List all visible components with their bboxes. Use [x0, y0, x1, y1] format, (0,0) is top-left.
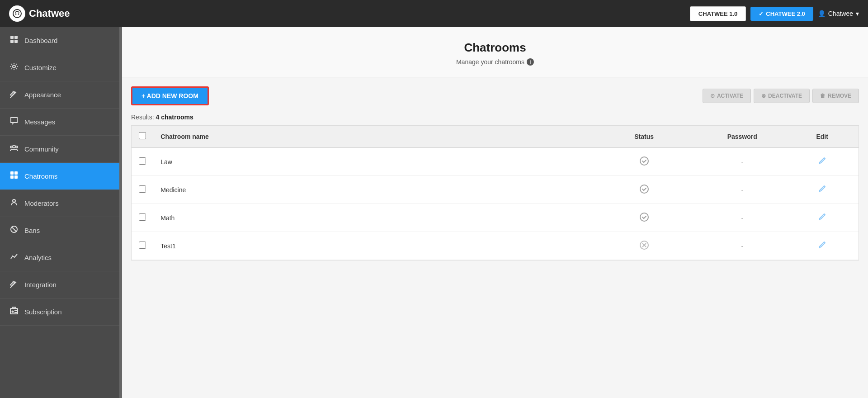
toggle-off-icon: ⊗: [761, 93, 766, 99]
row-status: [590, 204, 698, 232]
row-name: Test1: [153, 232, 590, 260]
sidebar-label-moderators: Moderators: [24, 199, 59, 207]
trash-icon: 🗑: [820, 93, 826, 99]
row-edit[interactable]: [786, 147, 859, 176]
row-password: -: [698, 176, 786, 204]
moderators-icon: [9, 198, 19, 208]
sidebar-label-appearance: Appearance: [24, 91, 61, 99]
appearance-icon: [9, 90, 19, 100]
sidebar-item-integration[interactable]: Integration: [0, 271, 122, 298]
page-subtitle: Manage your chatrooms i: [131, 58, 859, 66]
edit-icon[interactable]: [818, 157, 826, 166]
table-row: Law -: [132, 147, 859, 176]
chatrooms-table-container: Chatroom name Status Password Edit Law -: [131, 125, 859, 261]
sidebar-item-messages[interactable]: Messages: [0, 109, 122, 136]
edit-icon[interactable]: [818, 213, 826, 223]
sidebar-item-moderators[interactable]: Moderators: [0, 190, 122, 217]
sidebar-label-subscription: Subscription: [24, 308, 62, 316]
sidebar-label-community: Community: [24, 145, 59, 153]
col-header-status: Status: [590, 126, 698, 147]
sidebar-label-analytics: Analytics: [24, 254, 52, 261]
table-row: Medicine -: [132, 176, 859, 204]
toolbar: + ADD NEW ROOM ⊙ ACTIVATE ⊗ DEACTIVATE 🗑…: [122, 77, 868, 110]
sidebar-label-messages: Messages: [24, 118, 55, 126]
svg-point-2: [18, 14, 19, 15]
chatwee-v1-button[interactable]: CHATWEE 1.0: [690, 6, 746, 21]
sidebar-item-appearance[interactable]: Appearance: [0, 81, 122, 109]
col-header-name: Chatroom name: [153, 126, 590, 147]
svg-rect-4: [14, 36, 18, 39]
page-header: Chatrooms Manage your chatrooms i: [122, 27, 868, 77]
activate-button[interactable]: ⊙ ACTIVATE: [703, 89, 751, 103]
analytics-icon: [9, 252, 19, 263]
row-checkbox-1[interactable]: [139, 185, 146, 193]
row-checkbox-0[interactable]: [139, 157, 146, 165]
edit-icon[interactable]: [818, 185, 826, 194]
table-row: Math -: [132, 204, 859, 232]
row-name: Math: [153, 204, 590, 232]
svg-rect-12: [14, 171, 18, 175]
sidebar-label-chatrooms: Chatrooms: [24, 172, 57, 180]
deactivate-button[interactable]: ⊗ DEACTIVATE: [754, 89, 810, 103]
main-content: Chatrooms Manage your chatrooms i + ADD …: [122, 27, 868, 398]
row-name: Law: [153, 147, 590, 176]
sidebar-item-customize[interactable]: Customize: [0, 54, 122, 81]
logo-icon: [9, 5, 25, 22]
chatwee-v2-button[interactable]: ✓ CHATWEE 2.0: [750, 7, 813, 21]
integration-icon: [9, 280, 19, 290]
logo-text: Chatwee: [29, 8, 70, 19]
svg-line-17: [12, 227, 17, 232]
row-name: Medicine: [153, 176, 590, 204]
svg-rect-3: [10, 36, 14, 39]
info-icon: i: [527, 58, 534, 66]
select-all-checkbox[interactable]: [139, 132, 146, 139]
sidebar-item-analytics[interactable]: Analytics: [0, 244, 122, 271]
svg-point-23: [640, 185, 648, 193]
user-menu[interactable]: 👤 Chatwee ▾: [818, 10, 859, 17]
row-edit[interactable]: [786, 232, 859, 260]
page-title: Chatrooms: [131, 41, 859, 55]
row-checkbox-cell: [132, 176, 153, 204]
sidebar-item-chatrooms[interactable]: Chatrooms: [0, 163, 122, 190]
svg-rect-11: [10, 171, 14, 175]
community-icon: [9, 144, 19, 154]
sidebar: Dashboard Customize Appearance: [0, 27, 122, 398]
row-checkbox-2[interactable]: [139, 213, 146, 221]
svg-point-0: [13, 9, 21, 18]
toolbar-actions: ⊙ ACTIVATE ⊗ DEACTIVATE 🗑 REMOVE: [703, 89, 859, 103]
sidebar-scrollbar[interactable]: [119, 27, 122, 398]
row-status: [590, 232, 698, 260]
sidebar-label-dashboard: Dashboard: [24, 37, 57, 44]
sidebar-item-bans[interactable]: Bans: [0, 217, 122, 244]
chevron-down-icon: ▾: [856, 10, 859, 17]
remove-button[interactable]: 🗑 REMOVE: [812, 89, 859, 103]
sidebar-label-bans: Bans: [24, 227, 40, 234]
row-edit[interactable]: [786, 176, 859, 204]
sidebar-item-community[interactable]: Community: [0, 136, 122, 163]
row-checkbox-cell: [132, 232, 153, 260]
col-header-checkbox: [132, 126, 153, 147]
checkmark-icon: ✓: [759, 10, 764, 17]
sidebar-label-integration: Integration: [24, 281, 57, 289]
svg-point-19: [12, 311, 14, 313]
toggle-icon: ⊙: [710, 93, 715, 99]
sidebar-label-customize: Customize: [24, 64, 57, 71]
chatrooms-icon: [9, 171, 19, 181]
sidebar-item-dashboard[interactable]: Dashboard: [0, 27, 122, 54]
row-password: -: [698, 232, 786, 260]
row-checkbox-3[interactable]: [139, 242, 146, 249]
svg-point-7: [13, 65, 15, 68]
sidebar-item-subscription[interactable]: Subscription: [0, 298, 122, 326]
bans-icon: [9, 225, 19, 236]
svg-point-24: [640, 213, 648, 221]
user-icon: 👤: [818, 10, 826, 17]
table-row: Test1 -: [132, 232, 859, 260]
row-checkbox-cell: [132, 204, 153, 232]
svg-point-22: [640, 157, 648, 165]
svg-rect-13: [10, 175, 14, 179]
row-edit[interactable]: [786, 204, 859, 232]
add-room-button[interactable]: + ADD NEW ROOM: [131, 86, 209, 105]
edit-icon[interactable]: [818, 242, 826, 251]
svg-rect-14: [14, 175, 18, 179]
svg-point-1: [15, 14, 17, 15]
